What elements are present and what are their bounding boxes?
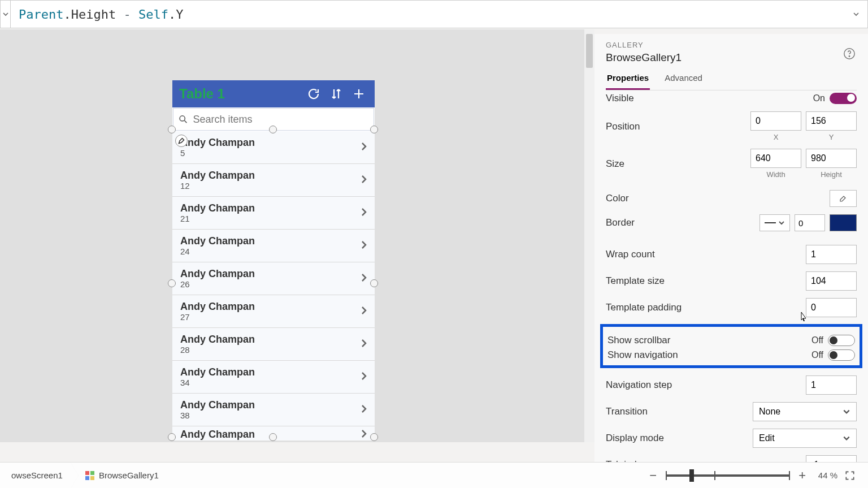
gallery-body[interactable]: Andy Champan5Andy Champan12Andy Champan2… — [172, 131, 375, 441]
prop-template-size: Template size — [606, 271, 857, 291]
prop-label: Visible — [606, 93, 813, 104]
item-subtitle: 5 — [180, 148, 255, 158]
zoom-in-button[interactable]: + — [796, 469, 809, 482]
template-size-input[interactable] — [806, 271, 857, 291]
item-title: Andy Champan — [180, 301, 255, 313]
zoom-percentage: 44 % — [818, 470, 837, 480]
item-subtitle: 24 — [180, 247, 255, 256]
selection-handle[interactable] — [370, 126, 378, 133]
app-title: Table 1 — [179, 86, 300, 102]
selection-handle[interactable] — [269, 126, 277, 133]
prop-position: Position X Y — [606, 111, 857, 141]
selection-handle[interactable] — [168, 126, 176, 133]
prop-transition: Transition None — [606, 402, 857, 421]
app-header: Table 1 — [172, 80, 375, 107]
property-dropdown-edge[interactable] — [1, 0, 11, 28]
zoom-controls: − + 44 % — [646, 469, 857, 482]
prop-label: Show navigation — [607, 349, 811, 361]
item-title: Andy Champan — [180, 170, 255, 182]
selection-handle[interactable] — [269, 433, 277, 441]
visible-toggle[interactable] — [830, 93, 857, 104]
chevron-right-icon[interactable] — [359, 429, 369, 441]
gallery-item[interactable]: Andy Champan27 — [172, 295, 375, 328]
selection-handle[interactable] — [370, 433, 378, 441]
svg-point-2 — [849, 56, 849, 57]
item-title: Andy Champan — [180, 202, 255, 214]
position-x-input[interactable] — [750, 111, 801, 131]
display-mode-dropdown[interactable]: Edit — [753, 429, 857, 448]
gallery-item[interactable]: Andy Champan24 — [172, 230, 375, 262]
prop-label: Color — [606, 193, 830, 204]
token-parent: Parent — [19, 7, 63, 21]
show-navigation-toggle[interactable] — [828, 349, 855, 361]
token-y: .Y — [168, 7, 184, 21]
scrollbar-thumb[interactable] — [586, 34, 593, 68]
chevron-right-icon[interactable] — [359, 371, 369, 383]
refresh-icon[interactable] — [305, 85, 323, 103]
token-op: - — [116, 7, 138, 21]
search-input[interactable] — [193, 114, 369, 126]
prop-visible: Visible On — [606, 93, 857, 104]
border-style-dropdown[interactable] — [760, 214, 790, 231]
breadcrumb-gallery[interactable]: BrowseGallery1 — [77, 463, 167, 489]
chevron-right-icon[interactable] — [359, 141, 369, 154]
breadcrumb-screen[interactable]: owseScreen1 — [3, 463, 71, 489]
chevron-right-icon[interactable] — [359, 404, 369, 416]
canvas-scrollbar[interactable] — [584, 29, 594, 442]
gallery-item[interactable]: Andy Champan26 — [172, 262, 375, 295]
gallery-item[interactable]: Andy Champan21 — [172, 197, 375, 230]
formula-expand-button[interactable] — [845, 10, 867, 18]
edit-pencil-icon[interactable] — [175, 135, 188, 147]
show-scrollbar-toggle[interactable] — [828, 335, 855, 346]
position-y-input[interactable] — [806, 111, 857, 131]
transition-dropdown[interactable]: None — [753, 402, 857, 421]
color-picker[interactable] — [830, 190, 857, 207]
plus-icon[interactable] — [350, 85, 368, 103]
zoom-slider[interactable] — [666, 474, 790, 477]
sub-label: Y — [829, 133, 834, 141]
prop-label: Border — [606, 217, 760, 228]
prop-label: Position — [606, 121, 750, 132]
chevron-right-icon[interactable] — [359, 240, 369, 252]
fit-to-screen-button[interactable] — [843, 469, 857, 482]
navigation-step-input[interactable] — [806, 375, 857, 395]
highlighted-properties: Show scrollbar Off Show navigation Off — [600, 324, 862, 368]
control-type-label: GALLERY — [606, 41, 857, 49]
control-name: BrowseGallery1 — [606, 51, 857, 64]
gallery-item[interactable]: Andy Champan28 — [172, 328, 375, 361]
chevron-right-icon[interactable] — [359, 207, 369, 219]
border-thickness-input[interactable] — [795, 214, 825, 231]
item-title: Andy Champan — [180, 268, 255, 280]
gallery-item[interactable]: Andy Champan34 — [172, 361, 375, 394]
chevron-right-icon[interactable] — [359, 174, 369, 187]
sort-icon[interactable] — [327, 85, 345, 103]
status-bar: owseScreen1 BrowseGallery1 − + 44 % — [0, 462, 868, 488]
chevron-right-icon[interactable] — [359, 338, 369, 351]
gallery-item[interactable]: Andy Champan38 — [172, 394, 375, 426]
breadcrumb-label: BrowseGallery1 — [99, 470, 159, 480]
zoom-thumb[interactable] — [689, 469, 694, 482]
selection-handle[interactable] — [370, 279, 378, 287]
dropdown-value: Edit — [759, 433, 775, 443]
border-color-swatch[interactable] — [830, 214, 857, 231]
size-height-input[interactable] — [806, 149, 857, 168]
size-width-input[interactable] — [750, 149, 801, 168]
help-icon[interactable] — [843, 47, 856, 60]
sub-label: Width — [766, 170, 785, 179]
tab-advanced[interactable]: Advanced — [663, 70, 704, 90]
app-preview: Table 1 Andy Champan5Andy Champan12Andy … — [172, 80, 375, 441]
zoom-out-button[interactable]: − — [646, 469, 660, 482]
prop-label: Transition — [606, 406, 753, 417]
selection-handle[interactable] — [168, 433, 176, 441]
formula-input[interactable]: Parent.Height - Self.Y — [11, 7, 845, 21]
tab-properties[interactable]: Properties — [606, 70, 650, 90]
chevron-right-icon[interactable] — [359, 305, 369, 318]
wrap-count-input[interactable] — [806, 245, 857, 264]
gallery-item[interactable]: Andy Champan5 — [172, 131, 375, 164]
template-padding-input[interactable] — [806, 298, 857, 317]
gallery-item[interactable]: Andy Champan12 — [172, 164, 375, 197]
chevron-right-icon[interactable] — [359, 273, 369, 285]
panel-tabs: Properties Advanced — [606, 70, 857, 90]
item-title: Andy Champan — [180, 235, 255, 247]
selection-handle[interactable] — [168, 279, 176, 287]
